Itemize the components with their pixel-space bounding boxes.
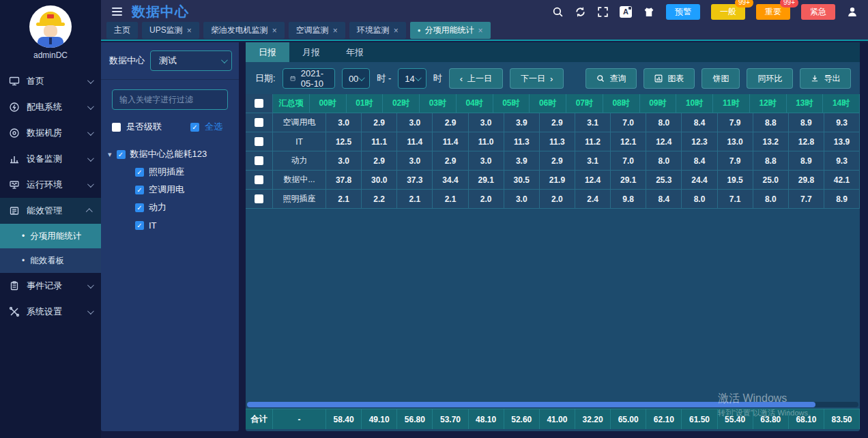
value-cell: 9.8 (611, 190, 646, 209)
datacenter-select[interactable]: 测试 (150, 50, 232, 71)
tree-node[interactable]: ✓ 照明插座 (108, 163, 239, 181)
date-picker[interactable]: 2021-05-10 (283, 68, 335, 89)
tab-ups-monitoring[interactable]: UPS监测× (142, 22, 199, 39)
column-header[interactable]: 10时 (676, 94, 713, 113)
column-header[interactable]: 汇总项 (273, 94, 310, 113)
tree-node[interactable]: ✓ IT (108, 216, 239, 234)
tree-node[interactable]: ✓ 空调用电 (108, 181, 239, 199)
tab-energy-stats[interactable]: ●分项用能统计× (410, 22, 491, 39)
general-alarm-button[interactable]: 一般99+ (711, 4, 745, 20)
tab-diesel-generator-monitoring[interactable]: 柴油发电机监测× (203, 22, 285, 39)
column-header[interactable]: 03时 (420, 94, 457, 113)
menu-toggle-icon[interactable] (112, 8, 122, 16)
sidebar-item-environment[interactable]: 运行环境 (0, 172, 101, 198)
column-header[interactable]: 04时 (457, 94, 493, 113)
theme-shirt-icon[interactable] (643, 6, 655, 18)
caret-down-icon[interactable]: ▾ (108, 150, 112, 159)
tree-node-label: IT (149, 220, 157, 231)
tree-node[interactable]: ✓ 动力 (108, 199, 239, 216)
tab-daily-report[interactable]: 日报 (246, 42, 289, 62)
select-all-checkbox[interactable]: ✓ (190, 123, 199, 132)
row-checkbox[interactable] (255, 194, 263, 203)
value-cell: 42.1 (824, 171, 860, 190)
important-alarm-button[interactable]: 重要99+ (756, 4, 790, 20)
sidebar-subitem-energy-stats[interactable]: 分项用能统计 (0, 224, 101, 248)
font-size-icon[interactable]: A (620, 6, 632, 18)
total-value-cell: 32.20 (575, 409, 611, 429)
tree-node-checkbox[interactable]: ✓ (135, 168, 144, 177)
column-header[interactable]: 05时 (493, 94, 530, 113)
cascade-checkbox[interactable] (112, 123, 121, 132)
column-header[interactable]: 00时 (310, 94, 347, 113)
user-icon[interactable] (846, 6, 858, 18)
table-row: 空调用电 3.02.93.02.93.03.92.93.17.08.08.47.… (246, 113, 860, 132)
row-checkbox[interactable] (255, 118, 263, 127)
fullscreen-icon[interactable] (597, 6, 609, 18)
column-header[interactable]: 07时 (566, 94, 603, 113)
chevron-down-icon (87, 77, 94, 84)
sidebar-subitem-energy-board[interactable]: 能效看板 (0, 248, 101, 273)
row-checkbox[interactable] (255, 137, 263, 146)
horizontal-scrollbar[interactable] (247, 402, 858, 407)
power-icon (9, 102, 20, 113)
hour-from-select[interactable]: 00 (342, 68, 370, 89)
row-checkbox[interactable] (255, 156, 263, 165)
select-all-label[interactable]: 全选 (205, 121, 222, 133)
tree-node-checkbox[interactable]: ✓ (135, 221, 144, 230)
chart-button[interactable]: 图表 (643, 68, 695, 89)
sidebar-item-data-room[interactable]: 数据机房 (0, 120, 101, 146)
value-cell: 2.0 (469, 190, 504, 209)
refresh-icon[interactable] (575, 6, 586, 18)
sidebar-item-power-distribution[interactable]: 配电系统 (0, 94, 101, 120)
sidebar-item-label: 系统设置 (27, 306, 81, 318)
tree-node-checkbox[interactable]: ✓ (135, 203, 144, 212)
tree-root-checkbox[interactable]: ✓ (117, 150, 126, 159)
tree-node-checkbox[interactable]: ✓ (135, 186, 144, 194)
column-header[interactable]: 08时 (603, 94, 640, 113)
next-day-button[interactable]: 下一日› (510, 68, 564, 89)
sidebar-item-device-monitoring[interactable]: 设备监测 (0, 146, 101, 172)
tab-yearly-report[interactable]: 年报 (333, 42, 377, 62)
column-header[interactable]: 13时 (787, 94, 824, 113)
tree-root-label[interactable]: 数据中心总能耗123 (130, 148, 207, 160)
sidebar-item-home[interactable]: 首页 (0, 68, 101, 94)
close-icon[interactable]: × (187, 27, 192, 35)
value-cell: 8.0 (646, 151, 682, 171)
column-header[interactable]: 12时 (750, 94, 787, 113)
row-name: IT (273, 132, 326, 151)
keyword-filter-input[interactable] (112, 89, 228, 110)
sidebar-item-system-settings[interactable]: 系统设置 (0, 299, 101, 325)
value-cell: 2.9 (433, 113, 468, 132)
tab-monthly-report[interactable]: 月报 (289, 42, 333, 62)
close-icon[interactable]: × (478, 27, 483, 35)
tab-home[interactable]: 主页 (106, 22, 138, 39)
select-all-rows-checkbox[interactable] (255, 99, 263, 108)
column-header[interactable]: 11时 (713, 94, 750, 113)
tab-ac-monitoring[interactable]: 空调监测× (289, 22, 345, 39)
hour-to-select[interactable]: 14 (398, 68, 426, 89)
sidebar-item-energy-management[interactable]: 能效管理 (0, 198, 101, 224)
search-icon[interactable] (552, 6, 564, 18)
scrollbar-thumb[interactable] (247, 402, 815, 407)
compare-button[interactable]: 同环比 (747, 68, 793, 89)
close-icon[interactable]: × (272, 27, 277, 35)
avatar[interactable] (29, 5, 72, 48)
close-icon[interactable]: × (394, 27, 399, 35)
urgent-alarm-button[interactable]: 紧急 (801, 4, 835, 20)
close-icon[interactable]: × (333, 27, 338, 35)
sidebar-item-event-records[interactable]: 事件记录 (0, 273, 101, 299)
column-header[interactable]: 01时 (347, 94, 384, 113)
warning-button[interactable]: 预警 (666, 4, 700, 20)
report-tab-bar: 日报 月报 年报 (246, 42, 860, 62)
row-checkbox[interactable] (255, 175, 263, 184)
column-header[interactable]: 02时 (383, 94, 420, 113)
query-button[interactable]: 查询 (585, 68, 637, 89)
pie-button[interactable]: 饼图 (701, 68, 740, 89)
column-header[interactable]: 09时 (640, 94, 677, 113)
column-header[interactable]: 14时 (823, 94, 860, 113)
total-first-cell: - (273, 409, 326, 429)
tab-environment-monitoring[interactable]: 环境监测× (349, 22, 406, 39)
prev-day-button[interactable]: ‹上一日 (449, 68, 503, 89)
export-button[interactable]: 导出 (800, 68, 851, 89)
column-header[interactable]: 06时 (530, 94, 566, 113)
